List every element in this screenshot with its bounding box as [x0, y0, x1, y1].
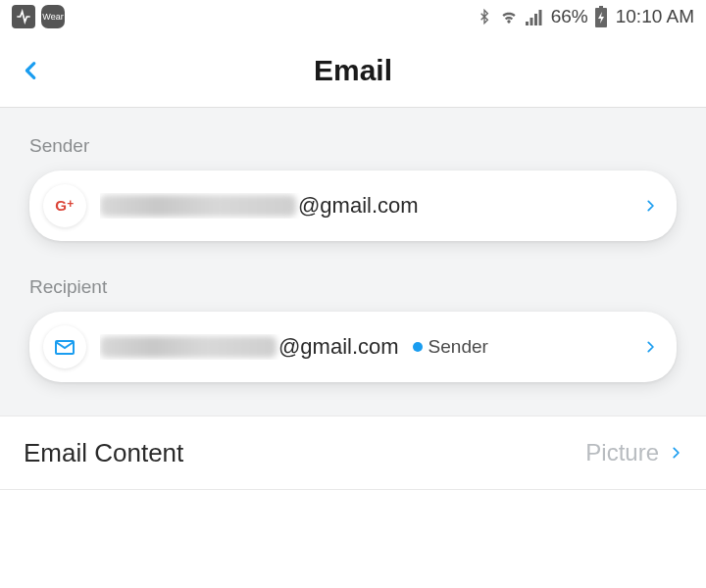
- email-content-label: Email Content: [24, 438, 585, 468]
- activity-icon: [12, 5, 35, 28]
- email-content-value: Picture: [585, 439, 659, 466]
- svg-rect-0: [526, 22, 529, 25]
- svg-text:+: +: [67, 197, 74, 211]
- svg-rect-4: [599, 6, 603, 8]
- tag-dot-icon: [413, 342, 423, 352]
- svg-rect-3: [538, 10, 541, 25]
- sender-label: Sender: [29, 135, 677, 157]
- chevron-right-icon: [643, 335, 657, 359]
- email-content-row[interactable]: Email Content Picture: [0, 416, 706, 490]
- recipient-card[interactable]: @gmail.com Sender: [29, 312, 677, 382]
- sender-card[interactable]: G+ @gmail.com: [29, 171, 677, 241]
- svg-text:G: G: [55, 197, 67, 214]
- sender-email-suffix: @gmail.com: [298, 193, 419, 219]
- wifi-icon: [498, 7, 520, 26]
- recipient-email: @gmail.com Sender: [100, 334, 633, 360]
- clock-time: 10:10 AM: [616, 6, 694, 27]
- mail-icon: [43, 325, 86, 368]
- google-plus-icon: G+: [43, 184, 86, 227]
- bluetooth-icon: [477, 7, 492, 26]
- back-button[interactable]: [12, 51, 51, 90]
- recipient-label: Recipient: [29, 276, 677, 298]
- status-bar: Wear 66% 10:10 AM: [0, 0, 706, 33]
- chevron-left-icon: [21, 54, 42, 87]
- svg-rect-2: [534, 14, 537, 25]
- signal-icon: [526, 8, 545, 25]
- battery-icon: [594, 6, 608, 27]
- redacted-text: [100, 195, 296, 217]
- svg-rect-1: [530, 18, 532, 25]
- status-right-icons: 66% 10:10 AM: [477, 6, 694, 27]
- status-left-icons: Wear: [12, 5, 65, 28]
- recipient-section: Recipient @gmail.com Sender: [0, 267, 706, 416]
- sender-email: @gmail.com: [100, 193, 633, 219]
- battery-percent: 66%: [551, 6, 588, 27]
- recipient-tag: Sender: [429, 336, 488, 358]
- recipient-email-suffix: @gmail.com: [278, 334, 399, 360]
- redacted-text: [100, 336, 277, 358]
- wear-app-icon: Wear: [41, 5, 65, 28]
- page-title: Email: [314, 54, 392, 87]
- nav-header: Email: [0, 33, 706, 108]
- chevron-right-icon: [643, 194, 657, 218]
- wear-label: Wear: [42, 12, 63, 22]
- sender-section: Sender G+ @gmail.com: [0, 108, 706, 267]
- chevron-right-icon: [669, 441, 682, 465]
